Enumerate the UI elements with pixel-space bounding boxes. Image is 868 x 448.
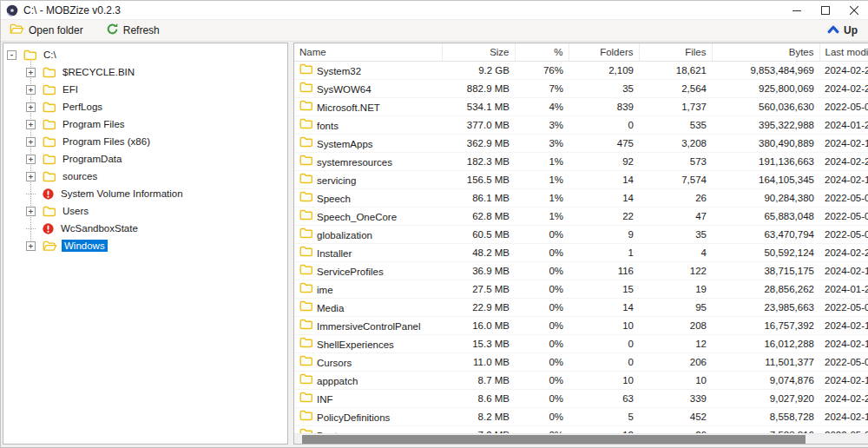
- cell-bytes: 50,592,124: [712, 243, 819, 261]
- table-row[interactable]: systemresources182.3 MB1%92573191,136,66…: [294, 152, 868, 170]
- cell-name: ShellExperiences: [294, 334, 442, 352]
- tree-item-recycle-bin[interactable]: +$RECYCLE.BIN: [3, 63, 287, 81]
- expander-icon[interactable]: +: [26, 68, 36, 77]
- title-bar: C:\ - MOBZize v0.2.3: [1, 1, 868, 19]
- cell-files: 26: [639, 188, 712, 207]
- tree-item-efi[interactable]: +EFI: [3, 81, 287, 98]
- table-row[interactable]: Speech_OneCore62.8 MB1%224765,883,048202…: [294, 207, 868, 225]
- cell-folders: 22: [569, 207, 639, 225]
- column-header-pct[interactable]: %: [515, 43, 569, 61]
- cell-files: 573: [639, 152, 712, 170]
- tree-item-system-volume-information[interactable]: System Volume Information: [3, 185, 287, 202]
- cell-folders: 15: [569, 280, 639, 298]
- expander-icon[interactable]: +: [26, 207, 36, 216]
- folder-name: Media: [317, 303, 344, 313]
- cell-pct: 3%: [515, 115, 569, 134]
- cell-bytes: 395,322,988: [712, 115, 819, 134]
- cell-bytes: 23,985,663: [712, 298, 819, 316]
- table-row[interactable]: globalization60.5 MB0%93563,470,7942022-…: [294, 225, 868, 243]
- table-row[interactable]: SysWOW64882.9 MB7%352,564925,800,0692024…: [294, 79, 868, 97]
- open-folder-button[interactable]: Open folder: [8, 21, 85, 40]
- folder-name: servicing: [317, 175, 356, 186]
- cell-files: 339: [639, 389, 712, 407]
- table-row[interactable]: fonts377.0 MB3%0535395,322,9882024-01-20: [294, 115, 868, 134]
- cell-bytes: 164,105,345: [712, 170, 819, 188]
- table-row[interactable]: ime27.5 MB0%151928,856,2622024-01-20: [294, 280, 868, 298]
- table-row[interactable]: System329.2 GB76%2,10918,6219,853,484,96…: [294, 61, 868, 79]
- tree-item-wcsandboxstate[interactable]: WcSandboxState: [3, 220, 287, 237]
- cell-modified: 2024-02-24: [819, 389, 868, 407]
- cell-bytes: 8,558,728: [712, 407, 819, 425]
- tree-item-program-files[interactable]: +Program Files: [3, 115, 287, 133]
- expander-icon[interactable]: +: [26, 155, 36, 164]
- cell-files: 12: [639, 334, 712, 352]
- cell-pct: 1%: [515, 188, 569, 207]
- tree-item-windows[interactable]: +Windows: [3, 237, 287, 254]
- toolbar: Open folder Refresh Up: [1, 19, 868, 42]
- up-button[interactable]: Up: [825, 21, 859, 40]
- maximize-button[interactable]: [811, 1, 839, 19]
- table-row[interactable]: ImmersiveControlPanel16.0 MB0%1020816,75…: [294, 316, 868, 334]
- cell-folders: 35: [569, 79, 639, 97]
- column-header-bytes[interactable]: Bytes: [712, 43, 819, 61]
- table-row[interactable]: apppatch8.7 MB0%10109,074,8762024-02-13: [294, 371, 868, 389]
- table-row[interactable]: Cursors11.0 MB0%020611,501,3772022-05-07: [294, 352, 868, 371]
- expander-icon[interactable]: +: [26, 172, 36, 181]
- tree-item-c[interactable]: -C:\: [3, 46, 287, 63]
- column-header-folders[interactable]: Folders: [569, 43, 639, 61]
- column-header-files[interactable]: Files: [639, 43, 712, 61]
- cell-files: 7,574: [639, 170, 712, 188]
- expander-icon[interactable]: +: [26, 241, 36, 251]
- table-row[interactable]: PolicyDefinitions8.2 MB0%54528,558,72820…: [294, 407, 868, 425]
- folder-icon: [43, 119, 56, 130]
- cell-name: Media: [294, 298, 442, 316]
- cell-files: 535: [639, 115, 712, 134]
- tree-item-sources[interactable]: +sources: [3, 168, 287, 185]
- cell-pct: 4%: [515, 97, 569, 115]
- cell-modified: 2024-01-20: [819, 115, 868, 134]
- scrollbar-thumb[interactable]: [302, 435, 806, 444]
- expander-icon[interactable]: -: [7, 50, 16, 60]
- tree-item-users[interactable]: +Users: [3, 202, 287, 220]
- horizontal-scrollbar[interactable]: [294, 433, 868, 444]
- cell-modified: 2022-05-07: [819, 97, 868, 115]
- cell-modified: 2024-02-24: [819, 79, 868, 97]
- cell-folders: 92: [569, 152, 639, 170]
- expander-icon[interactable]: +: [26, 120, 36, 129]
- table-row[interactable]: Media22.9 MB0%149523,985,6632022-05-07: [294, 298, 868, 316]
- expander-icon[interactable]: +: [26, 137, 36, 147]
- cell-folders: 0: [569, 115, 639, 134]
- table-row[interactable]: INF8.6 MB0%633399,027,9202024-02-24: [294, 389, 868, 407]
- column-header-modified[interactable]: Last modified: [819, 43, 868, 61]
- folder-icon: [299, 191, 312, 202]
- folder-name: ShellExperiences: [317, 339, 394, 350]
- tree-item-program-files-x86[interactable]: +Program Files (x86): [3, 133, 287, 150]
- table-row[interactable]: SystemApps362.9 MB3%4753,208380,490,8892…: [294, 134, 868, 152]
- folder-name: ServiceProfiles: [317, 267, 384, 277]
- cell-folders: 14: [569, 298, 639, 316]
- tree-item-programdata[interactable]: +ProgramData: [3, 150, 287, 168]
- minimize-button[interactable]: [782, 1, 811, 19]
- tree-item-perflogs[interactable]: +PerfLogs: [3, 98, 287, 115]
- cell-name: Speech_OneCore: [294, 207, 442, 225]
- table-row[interactable]: Speech86.1 MB1%142690,284,3802022-05-07: [294, 188, 868, 207]
- table-body: System329.2 GB76%2,10918,6219,853,484,96…: [294, 61, 868, 444]
- refresh-button[interactable]: Refresh: [104, 21, 161, 40]
- cell-modified: 2024-02-13: [819, 134, 868, 152]
- folder-icon: [299, 82, 312, 93]
- error-icon: [43, 188, 54, 200]
- column-header-size[interactable]: Size: [442, 43, 515, 61]
- table-row[interactable]: Microsoft.NET534.1 MB4%8391,737560,036,6…: [294, 97, 868, 115]
- cell-files: 95: [639, 298, 712, 316]
- table-row[interactable]: ServiceProfiles36.9 MB0%11612238,715,175…: [294, 261, 868, 280]
- table-row[interactable]: Installer48.2 MB0%1450,592,1242024-02-24: [294, 243, 868, 261]
- cell-pct: 1%: [515, 207, 569, 225]
- folder-name: fonts: [317, 121, 339, 131]
- folder-open-icon: [43, 240, 57, 252]
- expander-icon[interactable]: +: [26, 102, 36, 112]
- expander-icon[interactable]: +: [26, 85, 36, 95]
- table-row[interactable]: ShellExperiences15.3 MB0%01216,012,28820…: [294, 334, 868, 352]
- column-header-name[interactable]: Name: [294, 43, 442, 61]
- table-row[interactable]: servicing156.5 MB1%147,574164,105,345202…: [294, 170, 868, 188]
- close-button[interactable]: [839, 1, 868, 19]
